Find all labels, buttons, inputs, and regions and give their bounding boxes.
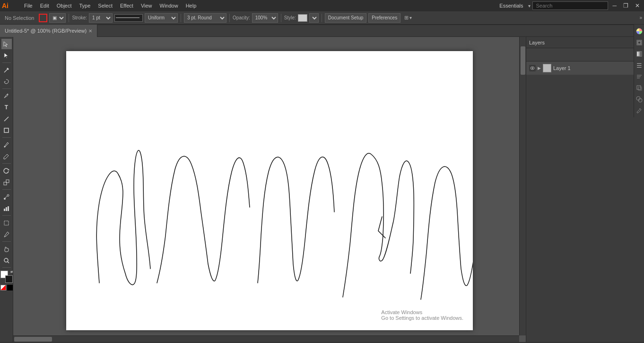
stroke-style-select[interactable]: Uniform: [145, 13, 178, 23]
opacity-label: Opacity:: [233, 15, 250, 20]
canvas-container: Activate Windows Go to Settings to activ…: [18, 42, 521, 337]
separator-3: [229, 14, 230, 22]
pen-tool-button[interactable]: [1, 91, 12, 101]
right-panel: Layers » ▶ Layer 1: [526, 37, 644, 342]
menu-window[interactable]: Window: [157, 2, 182, 9]
separator-5: [322, 14, 322, 22]
menu-file[interactable]: File: [21, 2, 36, 9]
magic-wand-button[interactable]: [1, 65, 12, 75]
no-fill-button[interactable]: [0, 285, 6, 290]
line-tool-button[interactable]: [1, 114, 12, 124]
rotate-tool-button[interactable]: [1, 166, 12, 176]
v-scroll-thumb[interactable]: [521, 46, 525, 75]
close-button[interactable]: ✕: [633, 2, 642, 9]
svg-point-11: [4, 198, 6, 200]
tool-separator-5: [2, 189, 11, 190]
direct-selection-tool-button[interactable]: [1, 50, 12, 61]
svg-rect-14: [4, 209, 5, 211]
tab-close-button[interactable]: ✕: [88, 28, 92, 34]
stroke-label: Stroke:: [72, 15, 87, 20]
brush-select[interactable]: 3 pt. Round: [184, 13, 226, 23]
opacity-select[interactable]: 100%: [252, 13, 278, 23]
document-tab[interactable]: Untitled-5* @ 100% (RGB/Preview) ✕: [0, 25, 97, 37]
no-selection-label: No Selection: [2, 15, 37, 21]
restore-button[interactable]: ❐: [621, 2, 631, 9]
artboard: Activate Windows Go to Settings to activ…: [66, 51, 473, 330]
eyedropper-tool-button[interactable]: [1, 229, 12, 239]
preferences-button[interactable]: Preferences: [368, 13, 400, 23]
fill-color-swatch[interactable]: [39, 14, 47, 22]
layer-visibility-toggle[interactable]: [529, 65, 536, 71]
paintbrush-tool-button[interactable]: [1, 140, 12, 150]
tab-bar: Untitled-5* @ 100% (RGB/Preview) ✕ »: [0, 25, 644, 37]
app-logo: Ai: [2, 2, 16, 9]
type-tool-button[interactable]: T: [1, 102, 12, 113]
svg-marker-1: [4, 53, 8, 58]
layer-name-label: Layer 1: [553, 65, 634, 71]
layer-thumbnail: [543, 64, 551, 72]
svg-rect-30: [637, 86, 641, 89]
artboard-tool-button[interactable]: [1, 218, 12, 228]
tool-separator-8: [2, 267, 11, 268]
svg-line-19: [8, 262, 9, 263]
menu-type[interactable]: Type: [76, 2, 94, 9]
stroke-weight-select[interactable]: 1 pt: [89, 13, 113, 23]
svg-line-2: [4, 69, 8, 72]
h-scroll-thumb[interactable]: [14, 337, 52, 342]
separator-1: [69, 14, 69, 22]
scale-tool-button[interactable]: [1, 177, 12, 187]
rectangle-tool-button[interactable]: [1, 125, 12, 135]
tool-separator-2: [2, 88, 11, 89]
menu-effect[interactable]: Effect: [117, 2, 137, 9]
svg-rect-31: [638, 87, 642, 90]
layers-panel-header: Layers »: [526, 37, 644, 48]
layer-row[interactable]: ▶ Layer 1: [526, 62, 644, 75]
svg-point-18: [4, 258, 8, 262]
search-input[interactable]: [532, 1, 608, 10]
toolbar-expand[interactable]: »: [639, 15, 642, 20]
menu-view[interactable]: View: [138, 2, 156, 9]
tool-separator-6: [2, 215, 11, 216]
panel-icon-gradient[interactable]: [635, 49, 644, 59]
panel-icon-pathfinder[interactable]: [635, 95, 644, 104]
menu-select[interactable]: Select: [95, 2, 116, 9]
stroke-color-box[interactable]: [5, 275, 13, 283]
tool-separator-7: [2, 241, 11, 242]
panel-icon-color[interactable]: [635, 26, 644, 36]
svg-rect-15: [6, 207, 7, 211]
tool-separator-3: [2, 137, 11, 138]
document-setup-button[interactable]: Document Setup: [325, 13, 367, 23]
menu-help[interactable]: Help: [183, 2, 200, 9]
minimize-button[interactable]: ─: [610, 2, 619, 9]
style-swatch[interactable]: [298, 14, 307, 22]
menu-object[interactable]: Object: [53, 2, 75, 9]
toolbar-dropdown[interactable]: ▾: [409, 15, 412, 20]
horizontal-scrollbar[interactable]: [13, 335, 519, 342]
lasso-tool-button[interactable]: [1, 76, 12, 87]
workspace-name[interactable]: Essentials: [496, 2, 526, 9]
vertical-scrollbar[interactable]: [519, 37, 526, 335]
toolbar-icon-1[interactable]: ⊞: [404, 15, 409, 21]
pencil-tool-button[interactable]: [1, 151, 12, 161]
style-select[interactable]: ▾: [309, 13, 319, 23]
workspace-dropdown-icon[interactable]: ▾: [528, 3, 531, 9]
blend-tool-button[interactable]: [1, 192, 12, 202]
hand-tool-button[interactable]: [1, 244, 12, 254]
extra-toolbar-icons: ⊞ ▾: [404, 15, 412, 21]
full-color-button[interactable]: [7, 285, 13, 290]
separator-4: [281, 14, 281, 22]
selection-tool-button[interactable]: [1, 39, 12, 49]
main-area: T: [0, 37, 644, 342]
panel-icon-transform[interactable]: [635, 83, 644, 93]
svg-point-7: [4, 146, 6, 147]
panel-icon-brush[interactable]: [635, 106, 644, 115]
menu-edit[interactable]: Edit: [37, 2, 52, 9]
options-toolbar: No Selection ▣ Stroke: 1 pt Uniform 3 pt…: [0, 11, 644, 25]
graph-tool-button[interactable]: [1, 203, 12, 213]
panel-icon-appearance[interactable]: ☰: [635, 61, 644, 70]
fill-type-select[interactable]: ▣: [49, 13, 66, 23]
panel-icon-align[interactable]: [635, 72, 644, 81]
zoom-tool-button[interactable]: [1, 255, 12, 265]
layer-expand-arrow[interactable]: ▶: [538, 66, 541, 70]
panel-icon-stroke[interactable]: [635, 38, 644, 47]
